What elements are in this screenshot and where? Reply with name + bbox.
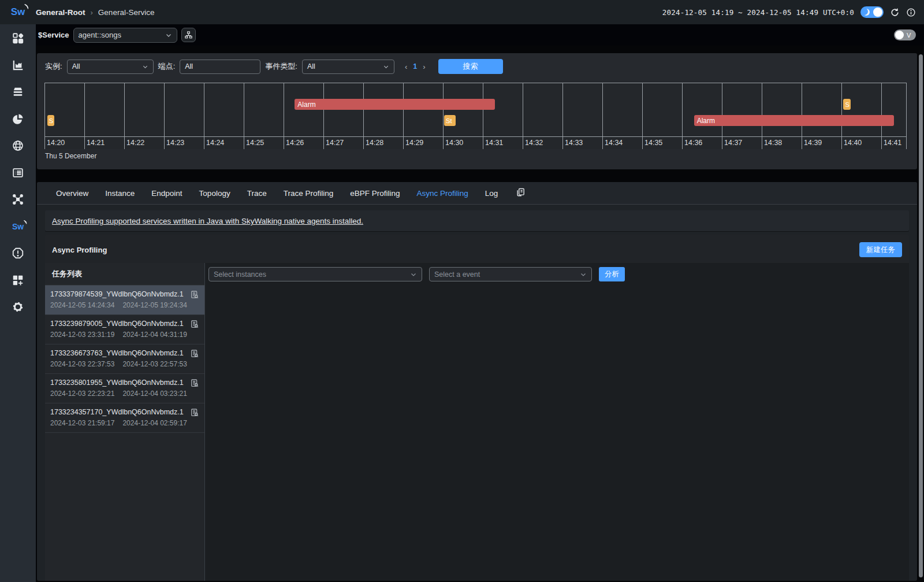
timeline-grid[interactable]: SAlarmStAlarmS 14:2014:2114:2214:2314:24… [44,83,907,149]
select-event-dropdown[interactable]: Select a event [429,267,592,281]
service-topology-button[interactable] [181,28,196,42]
vertical-scrollbar[interactable] [919,54,923,577]
axis-tick: 14:28 [366,139,383,147]
task-time-range: 2024-12-05 14:24:342024-12-05 19:24:34 [50,301,199,309]
event-badge[interactable]: St [444,115,456,126]
info-icon[interactable] [906,8,916,17]
breadcrumb-service[interactable]: General-Service [98,8,155,17]
panel-title: Async Profiling [52,246,107,254]
sidebar-item-database[interactable] [0,79,36,106]
axis-tick: 14:40 [844,139,862,147]
logo-swoosh [24,3,29,9]
sidebar-item-skywalking[interactable]: Sw [0,213,36,240]
task-id: 1733236673763_YWdlbnQ6OnNvbmdz.1 [50,349,199,357]
task-id: 1733379874539_YWdlbnQ6OnNvbmdz.1 [50,290,199,298]
tab-topology[interactable]: Topology [199,189,230,198]
axis-tick: 14:22 [126,139,144,147]
endpoint-filter-label: 端点: [158,61,176,72]
tab-trace[interactable]: Trace [247,189,267,198]
sidebar-item-dashboard[interactable] [0,25,36,52]
tab-instance[interactable]: Instance [105,189,135,198]
tab-ebpf-profiling[interactable]: eBPF Profiling [350,189,400,198]
async-profiling-doc-link[interactable]: Async Profiling supported services writt… [52,217,363,225]
task-list-item[interactable]: 1733235801955_YWdlbnQ6OnNvbmdz.12024-12-… [45,374,204,403]
search-button[interactable]: 搜索 [438,59,503,74]
sidebar-item-widgets-add[interactable] [0,267,36,294]
axis-tick: 14:39 [804,139,822,147]
alarm-bar[interactable]: Alarm [694,115,894,126]
service-tabs-card: OverviewInstanceEndpointTopologyTraceTra… [37,182,917,581]
async-profiling-panel: Async Profiling 新建任务 任务列表 1733379874539_… [45,235,909,581]
axis-tick: 14:24 [206,139,224,147]
breadcrumb-root[interactable]: General-Root [36,8,85,17]
sidebar-item-pie-analytics[interactable] [0,106,36,133]
endpoint-filter-input[interactable]: All [180,60,260,74]
event-badge[interactable]: S [47,115,54,126]
next-page-button[interactable]: › [423,62,425,71]
page-number: 1 [413,62,417,71]
axis-tick: 14:21 [87,139,105,147]
copy-dashboard-icon[interactable] [516,187,526,199]
service-selector-bar: $Service agent::songs V [36,24,924,46]
axis-tick: 14:38 [764,139,782,147]
axis-tick: 14:30 [445,139,463,147]
events-card: 实例: All 端点: All 事件类型: All ‹ 1 › 搜索 [37,53,917,169]
breadcrumb: General-Root › General-Service [36,8,154,17]
axis-tick: 14:41 [884,139,901,147]
alarm-bar[interactable]: Alarm [295,99,494,110]
service-select[interactable]: agent::songs [73,28,177,43]
sidebar-nav: Sw [0,24,36,582]
chevron-down-icon [410,271,417,278]
timeline-date-label: Thu 5 December [44,149,909,162]
dark-mode-toggle[interactable] [860,6,884,18]
task-detail-icon[interactable] [190,349,199,361]
version-toggle-label: V [907,32,911,39]
select-instances-dropdown[interactable]: Select instances [208,267,422,281]
tabs-bar: OverviewInstanceEndpointTopologyTraceTra… [37,182,917,205]
tab-log[interactable]: Log [485,189,498,198]
task-list-item[interactable]: 1733236673763_YWdlbnQ6OnNvbmdz.12024-12-… [45,344,204,374]
analyze-button[interactable]: 分析 [599,267,625,281]
task-list-title: 任务列表 [45,263,204,286]
top-bar: Sw General-Root › General-Service 2024-1… [0,0,924,24]
event-type-filter-select[interactable]: All [302,60,394,74]
new-task-button[interactable]: 新建任务 [859,242,902,257]
sidebar-item-log-list[interactable] [0,160,36,187]
events-timeline: SAlarmStAlarmS 14:2014:2114:2214:2314:24… [44,83,909,162]
version-toggle[interactable]: V [894,29,916,40]
event-badge[interactable]: S [843,99,850,110]
instance-filter-label: 实例: [45,61,62,72]
task-time-range: 2024-12-03 22:23:212024-12-04 03:23:21 [50,390,199,398]
instance-filter-select[interactable]: All [67,60,154,74]
task-time-range: 2024-12-03 22:37:532024-12-03 22:57:53 [50,360,199,368]
axis-tick: 14:37 [724,139,742,147]
skywalking-logo-icon: Sw [12,222,24,231]
task-detail-icon[interactable] [190,320,199,331]
tab-endpoint[interactable]: Endpoint [151,189,182,198]
axis-tick: 14:29 [405,139,423,147]
time-range-picker[interactable]: 2024-12-05 14:19 ~ 2024-12-05 14:49 UTC+… [662,8,854,17]
async-profiling-doc-banner: Async Profiling supported services writt… [45,210,909,231]
app-logo[interactable]: Sw [0,6,36,18]
axis-tick: 14:36 [684,139,702,147]
axis-tick: 14:23 [166,139,184,147]
main-content: $Service agent::songs V 实例: All 端点: [36,24,924,582]
task-detail-icon[interactable] [190,408,199,420]
task-list-item[interactable]: 1733239879005_YWdlbnQ6OnNvbmdz.12024-12-… [45,315,204,344]
prev-page-button[interactable]: ‹ [405,62,407,71]
sidebar-item-metrics[interactable] [0,52,36,79]
tab-overview[interactable]: Overview [56,189,88,198]
sidebar-item-globe[interactable] [0,132,36,160]
task-detail-icon[interactable] [190,290,199,302]
tab-async-profiling[interactable]: Async Profiling [417,189,468,198]
task-list-item[interactable]: 1733379874539_YWdlbnQ6OnNvbmdz.12024-12-… [45,286,204,315]
task-detail-icon[interactable] [190,379,199,390]
sidebar-item-topology[interactable] [0,186,36,213]
tab-trace-profiling[interactable]: Trace Profiling [284,189,334,198]
breadcrumb-separator: › [91,8,93,17]
sidebar-item-settings[interactable] [0,294,36,321]
task-list-item[interactable]: 1733234357170_YWdlbnQ6OnNvbmdz.12024-12-… [45,403,204,433]
task-id: 1733235801955_YWdlbnQ6OnNvbmdz.1 [50,379,199,387]
refresh-icon[interactable] [890,8,900,17]
sidebar-item-alerts[interactable] [0,240,36,267]
